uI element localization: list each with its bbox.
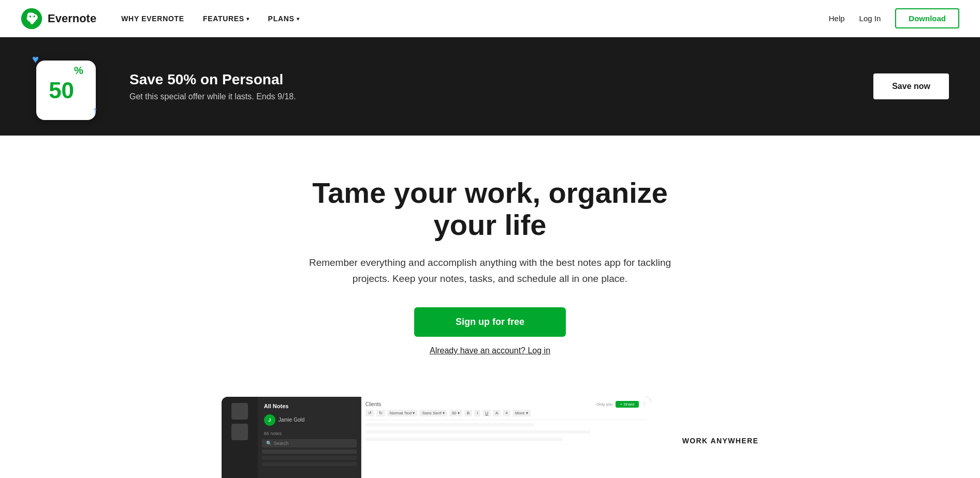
already-have-account-link[interactable]: Already have an account? Log in [21, 346, 959, 355]
help-link[interactable]: Help [829, 14, 845, 23]
signup-button[interactable]: Sign up for free [414, 307, 566, 337]
mini-user-avatar: J [264, 414, 275, 426]
promo-badge-card: 50 % [36, 61, 96, 120]
save-now-button[interactable]: Save now [873, 73, 949, 99]
svg-point-1 [30, 16, 31, 17]
mini-more-icon: ⋮ [642, 401, 647, 407]
mini-all-notes-header: All Notes [262, 403, 357, 409]
promo-subtitle: Get this special offer while it lasts. E… [129, 92, 296, 101]
mini-user-name: Jamie Gold [279, 417, 305, 423]
mini-app-ui: All Notes J Jamie Gold 86 notes 🔍 Search… [222, 397, 651, 478]
promo-text: Save 50% on Personal Get this special of… [129, 71, 296, 101]
app-screenshot-section: All Notes J Jamie Gold 86 notes 🔍 Search… [0, 381, 980, 478]
nav-items: WHY EVERNOTE FEATURES ▾ PLANS ▾ [121, 14, 829, 23]
promo-percent: % [74, 65, 83, 77]
mini-search-icon: 🔍 [266, 441, 272, 446]
nav-plans[interactable]: PLANS ▾ [268, 14, 300, 23]
hero-subtext: Remember everything and accomplish anyth… [309, 255, 671, 287]
plans-chevron-icon: ▾ [297, 16, 300, 22]
mini-user-row: J Jamie Gold [262, 412, 357, 428]
mini-italic-icon: I [474, 410, 480, 416]
mini-editor-area: Clients Only you + Share ⋮ ↺ ↻ Normal Te… [361, 397, 651, 478]
features-chevron-icon: ▾ [246, 16, 250, 22]
navbar: Evernote WHY EVERNOTE FEATURES ▾ PLANS ▾… [0, 0, 980, 37]
hero-section: Tame your work, organize your life Remem… [0, 136, 980, 381]
promo-banner: ♥ 50 % ↑ Save 50% on Personal Get this s… [0, 37, 980, 136]
logo-text: Evernote [48, 12, 96, 25]
mini-nav-icon-2 [231, 424, 248, 440]
promo-title: Save 50% on Personal [129, 71, 296, 88]
nav-features[interactable]: FEATURES ▾ [203, 14, 250, 23]
mini-more-format-icon: More ▾ [513, 410, 530, 416]
mini-search-placeholder: Search [274, 441, 289, 446]
mini-editor-header: Clients Only you + Share ⋮ [365, 401, 647, 408]
mini-editor-toolbar: ↺ ↻ Normal Text ▾ Sans Serif ▾ 30 ▾ B I … [365, 410, 647, 420]
promo-cta: Save now [873, 73, 949, 99]
mini-list-icon: ≡ [503, 410, 510, 416]
mini-font-family: Sans Serif ▾ [419, 410, 447, 416]
app-screenshot: All Notes J Jamie Gold 86 notes 🔍 Search… [222, 397, 651, 478]
mini-redo-icon: ↻ [376, 410, 385, 416]
mini-font-size: 30 ▾ [449, 410, 462, 416]
mini-underline-icon: U [482, 410, 491, 416]
mini-undo-icon: ↺ [365, 410, 374, 416]
arrow-icon: ↑ [92, 103, 98, 118]
svg-point-2 [33, 16, 35, 17]
hero-headline: Tame your work, organize your life [283, 177, 697, 241]
mini-bold-icon: B [464, 410, 472, 416]
mini-note-count: 86 notes [262, 430, 357, 437]
mini-format-normal: Normal Text ▾ [387, 410, 418, 416]
mini-notes-list: All Notes J Jamie Gold 86 notes 🔍 Search [258, 397, 361, 478]
download-button[interactable]: Download [895, 8, 959, 28]
mini-only-you-label: Only you [596, 402, 613, 407]
logo[interactable]: Evernote [21, 8, 96, 29]
nav-why-evernote[interactable]: WHY EVERNOTE [121, 14, 184, 23]
navbar-right: Help Log In Download [829, 8, 959, 28]
mini-share-button: + Share [616, 401, 638, 408]
login-link[interactable]: Log In [859, 14, 881, 23]
work-anywhere-label: WORK ANYWHERE [682, 437, 759, 460]
evernote-logo-icon [21, 8, 42, 29]
mini-search-bar: 🔍 Search [262, 439, 357, 447]
promo-number: 50 [49, 79, 74, 102]
mini-nav-icon-1 [231, 403, 248, 420]
mini-clients-label: Clients [365, 401, 382, 407]
mini-color-icon: A [493, 410, 501, 416]
mini-sidebar [222, 397, 258, 478]
promo-badge: ♥ 50 % ↑ [31, 53, 98, 120]
